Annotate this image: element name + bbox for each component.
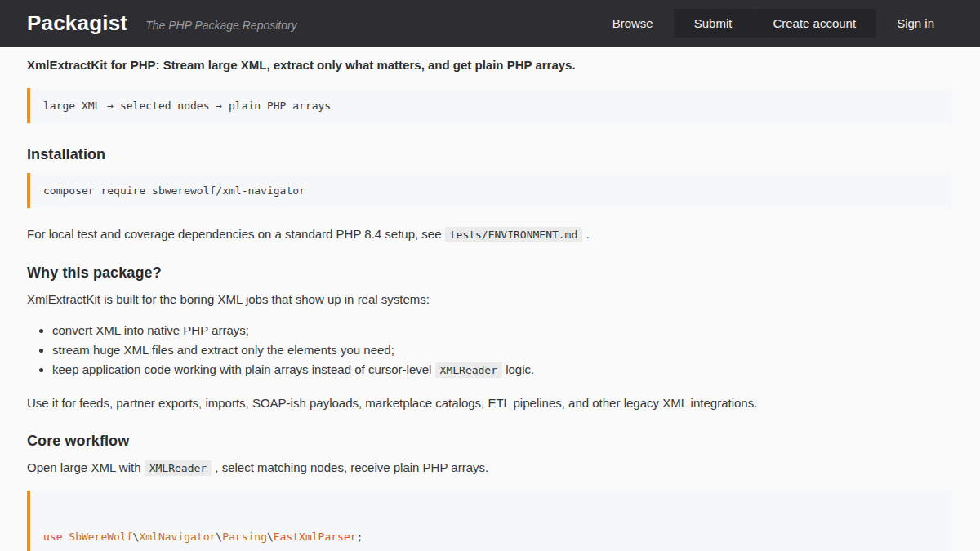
environment-note: For local test and coverage dependencies… (27, 226, 952, 243)
feature-list: convert XML into native PHP arrays; stre… (27, 324, 952, 377)
nav-sign-in-link[interactable]: Sign in (876, 9, 955, 38)
environment-file-inline-code: tests/ENVIRONMENT.md (445, 227, 583, 242)
environment-note-text: For local test and coverage dependencies… (27, 227, 445, 241)
list-item: stream huge XML files and extract only t… (52, 344, 952, 357)
xmlreader-inline-code: XMLReader (435, 362, 502, 378)
php-code-block: use SbWereWolf\XmlNavigator\Parsing\Fast… (27, 491, 952, 551)
why-heading: Why this package? (27, 264, 952, 282)
bullet-text: keep application code working with plain… (52, 362, 435, 376)
php-code-lines: use SbWereWolf\XmlNavigator\Parsing\Fast… (43, 530, 939, 551)
why-intro: XmlExtractKit is built for the boring XM… (27, 291, 952, 308)
main-nav: Browse Submit Create account Sign in (592, 9, 955, 38)
environment-note-tail: . (582, 227, 589, 241)
workflow-text: Open large XML with (27, 460, 145, 474)
bullet-tail: logic. (502, 362, 534, 376)
nav-create-account-link[interactable]: Create account (752, 9, 876, 38)
xmlreader-inline-code: XMLReader (145, 460, 212, 476)
list-item: keep application code working with plain… (52, 363, 952, 377)
top-navigation-bar: Packagist The PHP Package Repository Bro… (0, 0, 980, 47)
flow-code-block: large XML → selected nodes → plain PHP a… (27, 88, 952, 123)
package-summary: XmlExtractKit for PHP: Stream large XML,… (27, 58, 952, 72)
use-cases-paragraph: Use it for feeds, partner exports, impor… (27, 395, 952, 411)
nav-submit-link[interactable]: Submit (674, 9, 753, 38)
core-workflow-heading: Core workflow (27, 433, 952, 450)
installation-heading: Installation (27, 146, 952, 163)
site-tagline: The PHP Package Repository (145, 19, 296, 32)
readme-content: XmlExtractKit for PHP: Stream large XML,… (0, 47, 980, 551)
workflow-tail: , select matching nodes, receive plain P… (212, 460, 488, 474)
list-item: convert XML into native PHP arrays; (52, 324, 952, 337)
workflow-note: Open large XML with XMLReader , select m… (27, 460, 952, 477)
nav-browse-link[interactable]: Browse (592, 9, 674, 38)
packagist-logo[interactable]: Packagist (27, 11, 127, 36)
composer-install-code-block: composer require sbwerewolf/xml-navigato… (27, 173, 952, 208)
